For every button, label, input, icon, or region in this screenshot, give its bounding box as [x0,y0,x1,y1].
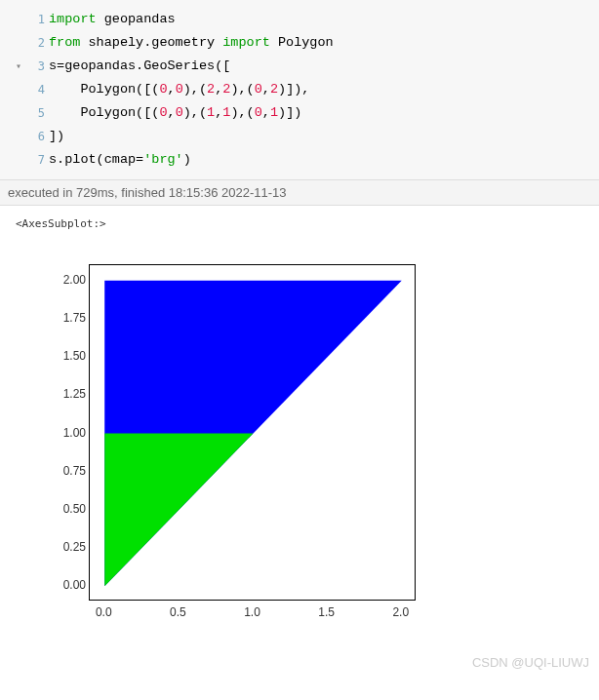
line-number: 7 [27,148,45,172]
code-text[interactable]: Polygon([(0,0),(2,2),(0,2)]), [49,78,309,101]
x-tick-label: 0.0 [96,605,112,619]
code-line[interactable]: 2from shapely.geometry import Polygon [4,31,599,55]
watermark: CSDN @UQI-LIUWJ [0,655,599,670]
plot-figure: 0.000.250.500.751.001.251.501.752.00 0.0… [35,250,430,649]
y-tick-label: 1.00 [63,426,86,440]
y-tick-label: 0.75 [63,464,86,478]
y-tick-label: 0.25 [63,540,86,554]
y-tick-label: 2.00 [63,273,86,287]
line-number: 4 [27,78,45,101]
execution-status: executed in 729ms, finished 18:15:36 202… [0,179,599,206]
code-line[interactable]: 1import geopandas [4,8,599,31]
x-tick-label: 2.0 [392,605,409,619]
code-text[interactable]: ]) [49,125,64,148]
code-text[interactable]: Polygon([(0,0),(1,1),(0,1)]) [49,101,301,125]
cell-output: <AxesSubplot:> 0.000.250.500.751.001.251… [0,206,599,661]
line-number: 2 [27,31,45,55]
y-tick-label: 1.75 [63,311,86,325]
line-number: 5 [27,101,45,125]
repr-output: <AxesSubplot:> [16,217,583,230]
code-line[interactable]: 6]) [4,125,599,148]
code-line[interactable]: 5 Polygon([(0,0),(1,1),(0,1)]) [4,101,599,125]
x-tick-label: 1.5 [318,605,335,619]
line-number: 1 [27,8,45,31]
y-tick-label: 1.25 [63,387,86,401]
y-tick-label: 0.00 [63,578,86,592]
plot-axes [89,264,416,601]
x-tick-label: 1.0 [244,605,260,619]
code-text[interactable]: s=geopandas.GeoSeries([ [49,55,230,78]
y-tick-label: 0.50 [63,502,86,516]
code-text[interactable]: import geopandas [49,8,176,31]
line-number: 3 [27,55,45,78]
code-line[interactable]: ▾3s=geopandas.GeoSeries([ [4,55,599,78]
plot-svg [90,265,417,602]
line-number: 6 [27,125,45,148]
fold-gutter[interactable]: ▾ [16,55,27,78]
code-text[interactable]: from shapely.geometry import Polygon [49,31,334,55]
code-text[interactable]: s.plot(cmap='brg') [49,148,191,172]
y-tick-label: 1.50 [63,349,86,363]
code-cell[interactable]: 1import geopandas2from shapely.geometry … [0,0,599,179]
code-line[interactable]: 4 Polygon([(0,0),(2,2),(0,2)]), [4,78,599,101]
x-tick-label: 0.5 [170,605,186,619]
code-line[interactable]: 7s.plot(cmap='brg') [4,148,599,172]
